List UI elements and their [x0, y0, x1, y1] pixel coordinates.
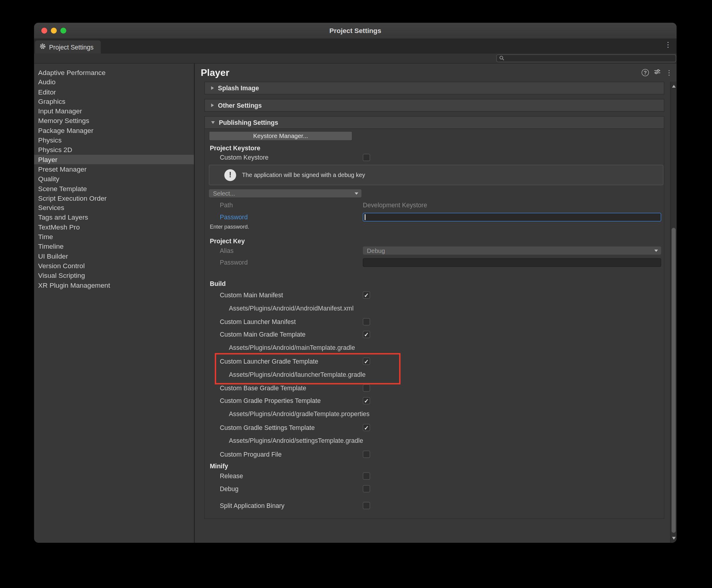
info-icon: ! — [224, 169, 236, 181]
traffic-lights — [41, 23, 66, 39]
sidebar-item-services[interactable]: Services — [34, 203, 194, 212]
sidebar-item-tags-and-layers[interactable]: Tags and Layers — [34, 213, 194, 222]
sidebar-item-visual-scripting[interactable]: Visual Scripting — [34, 271, 194, 280]
window-content: Adaptive PerformanceAudioEditorGraphicsI… — [34, 64, 676, 543]
minify-rows: ReleaseDebug — [205, 470, 664, 495]
more-options-icon[interactable]: ⋮ — [666, 68, 673, 77]
sidebar-item-physics[interactable]: Physics — [34, 135, 194, 145]
publishing-settings-body: Keystore Manager... Project Keystore Cus… — [204, 129, 664, 519]
sidebar-item-preset-manager[interactable]: Preset Manager — [34, 164, 194, 174]
scroll-up-icon[interactable] — [672, 85, 676, 88]
section-splash-image[interactable]: Splash Image — [204, 82, 664, 94]
custom-launcher-manifest-checkbox[interactable] — [363, 318, 370, 325]
panel-header: Player ? ⋮ — [195, 64, 676, 82]
sidebar-item-graphics[interactable]: Graphics — [34, 97, 194, 106]
sidebar-item-textmesh-pro[interactable]: TextMesh Pro — [34, 222, 194, 232]
checkbox-row: Custom Proguard File — [205, 448, 664, 461]
zoom-button[interactable] — [60, 27, 66, 34]
password-hint: Enter password. — [205, 224, 664, 230]
custom-keystore-checkbox[interactable] — [363, 154, 370, 161]
setting-row-custom-launcher-gradle-template: Custom Launcher Gradle Template✓Assets/P… — [205, 355, 664, 382]
sidebar-item-audio[interactable]: Audio — [34, 78, 194, 87]
keystore-select-dropdown[interactable]: Select... — [209, 189, 361, 197]
settings-scroll-area: Splash Image Other Settings Publishing S… — [195, 82, 670, 543]
sidebar-item-package-manager[interactable]: Package Manager — [34, 126, 194, 135]
minimize-button[interactable] — [51, 27, 57, 34]
tab-label: Project Settings — [49, 43, 93, 50]
setting-row-custom-main-gradle-template: Custom Main Gradle Template✓Assets/Plugi… — [205, 328, 664, 355]
section-publishing-settings[interactable]: Publishing Settings — [204, 116, 664, 129]
field-label: Split Application Binary — [220, 502, 363, 509]
checkbox-row: Custom Main Manifest✓ — [205, 289, 664, 301]
field-label: Alias — [220, 247, 363, 254]
keystore-password-row: Password — [205, 211, 664, 223]
custom-main-gradle-template-checkbox[interactable]: ✓ — [363, 331, 370, 338]
vertical-scrollbar[interactable] — [670, 82, 676, 543]
sidebar-item-editor[interactable]: Editor — [34, 87, 194, 97]
sidebar-item-physics-2d[interactable]: Physics 2D — [34, 145, 194, 154]
release-checkbox[interactable] — [363, 472, 370, 480]
sidebar-item-scene-template[interactable]: Scene Template — [34, 184, 194, 193]
sidebar-item-memory-settings[interactable]: Memory Settings — [34, 116, 194, 125]
sidebar-item-input-manager[interactable]: Input Manager — [34, 106, 194, 116]
gear-icon — [40, 43, 46, 51]
custom-gradle-properties-template-checkbox[interactable]: ✓ — [363, 397, 370, 404]
setting-row-release: Release — [205, 470, 664, 482]
sidebar-item-script-execution-order[interactable]: Script Execution Order — [34, 193, 194, 203]
kebab-menu-icon[interactable]: ⋮ — [664, 41, 671, 48]
setting-row-custom-gradle-properties-template: Custom Gradle Properties Template✓Assets… — [205, 395, 664, 421]
sidebar-item-timeline[interactable]: Timeline — [34, 241, 194, 251]
asset-path: Assets/Plugins/Android/gradleTemplate.pr… — [205, 407, 664, 421]
group-heading-build: Build — [205, 280, 664, 287]
sidebar-item-ui-builder[interactable]: UI Builder — [34, 251, 194, 261]
player-settings-panel: Player ? ⋮ Splash Image — [195, 64, 676, 543]
help-icon[interactable]: ? — [642, 69, 649, 76]
checkbox-row: Custom Launcher Manifest — [205, 315, 664, 328]
foldout-collapsed-icon — [211, 104, 214, 107]
sidebar-item-quality[interactable]: Quality — [34, 174, 194, 184]
custom-base-gradle-template-checkbox[interactable] — [363, 384, 370, 392]
sidebar-item-xr-plugin-management[interactable]: XR Plugin Management — [34, 280, 194, 290]
search-row — [34, 54, 676, 64]
presets-icon[interactable] — [654, 68, 661, 77]
keystore-path-row: Path Development Keystore — [205, 199, 664, 211]
field-label: Custom Main Manifest — [220, 291, 363, 298]
custom-proguard-file-checkbox[interactable] — [363, 450, 370, 458]
window-titlebar[interactable]: Project Settings — [34, 23, 676, 39]
custom-launcher-gradle-template-checkbox[interactable]: ✓ — [363, 358, 370, 365]
search-input[interactable] — [496, 55, 676, 62]
scroll-down-icon[interactable] — [672, 537, 676, 540]
field-label: Debug — [220, 485, 363, 492]
alias-row: Alias Debug — [205, 245, 664, 256]
sidebar-item-player[interactable]: Player — [34, 154, 194, 164]
group-heading-project-keystore: Project Keystore — [205, 144, 664, 151]
section-label: Other Settings — [218, 102, 262, 109]
key-password-input[interactable] — [363, 258, 661, 267]
section-label: Splash Image — [218, 84, 259, 91]
custom-gradle-settings-template-checkbox[interactable]: ✓ — [363, 424, 370, 431]
build-rows: Custom Main Manifest✓Assets/Plugins/Andr… — [205, 289, 664, 461]
group-heading-project-key: Project Key — [205, 237, 664, 245]
close-button[interactable] — [41, 27, 47, 34]
tab-project-settings[interactable]: Project Settings — [35, 41, 101, 54]
dropdown-value: Debug — [367, 247, 385, 254]
tab-bar: Project Settings ⋮ — [34, 39, 676, 54]
checkbox-row: Custom Main Gradle Template✓ — [205, 328, 664, 341]
sidebar-item-adaptive-performance[interactable]: Adaptive Performance — [34, 67, 194, 77]
text-caret — [365, 214, 365, 220]
debug-checkbox[interactable] — [363, 485, 370, 492]
alias-dropdown[interactable]: Debug — [363, 246, 661, 254]
field-label: Path — [220, 202, 363, 209]
checkbox-row: Custom Gradle Settings Template✓ — [205, 421, 664, 434]
keystore-password-label[interactable]: Password — [220, 213, 363, 220]
sidebar-item-version-control[interactable]: Version Control — [34, 261, 194, 271]
checkbox-row: Debug — [205, 482, 664, 495]
custom-main-manifest-checkbox[interactable]: ✓ — [363, 291, 370, 298]
keystore-manager-button[interactable]: Keystore Manager... — [209, 131, 352, 141]
split-application-binary-checkbox[interactable] — [363, 502, 370, 509]
dropdown-arrow-icon — [654, 249, 658, 252]
sidebar-item-time[interactable]: Time — [34, 232, 194, 241]
scrollbar-thumb[interactable] — [671, 228, 676, 533]
section-other-settings[interactable]: Other Settings — [204, 99, 664, 111]
keystore-password-input[interactable] — [363, 213, 661, 222]
